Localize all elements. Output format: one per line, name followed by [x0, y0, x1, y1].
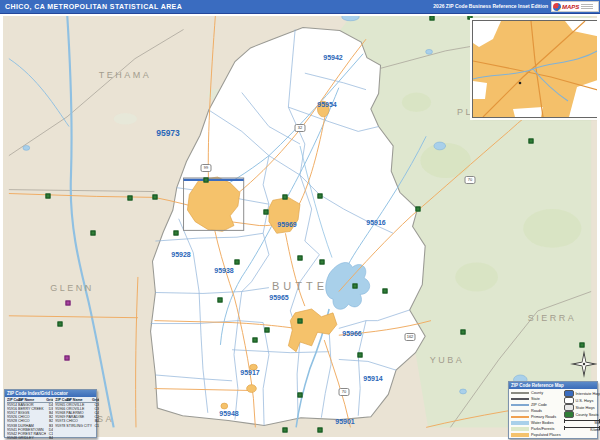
zip-index-left-column: ZIP CodeZIP NameGrid95914BANGORD495916BE… [7, 398, 53, 440]
legend-swatch [511, 433, 529, 437]
zip-index-panel: ZIP Code Index/Grid Locator ZIP CodeZIP … [4, 389, 97, 438]
town-dot [320, 260, 325, 265]
town-dot [218, 298, 223, 303]
zip-label: 95901 [335, 418, 354, 425]
zip-label: 95942 [323, 54, 342, 61]
logo-burst-icon [553, 3, 561, 11]
inset-artwork [473, 21, 600, 117]
town-dot [298, 319, 303, 324]
town-dot [298, 393, 303, 398]
zip-index-title: ZIP Code Index/Grid Locator [5, 390, 96, 397]
legend-item: U.S. Hwys [564, 397, 600, 404]
town-dot [383, 289, 388, 294]
town-dot [265, 328, 270, 333]
town-dot [283, 428, 288, 433]
town-dot [318, 194, 323, 199]
legend-badge-icon [564, 397, 574, 404]
legend-swatch [511, 421, 529, 425]
legend-swatch [511, 427, 529, 431]
legend-badge-icon [564, 404, 574, 411]
city-dot [65, 356, 70, 361]
legend-item: County Seats [564, 411, 600, 418]
title-bar: CHICO, CA METROPOLITAN STATISTICAL AREA … [0, 0, 600, 14]
map-poster: CHICO, CA METROPOLITAN STATISTICAL AREA … [0, 0, 600, 440]
zip-label: 95973 [156, 128, 180, 138]
county-label: SIERRA [528, 313, 577, 323]
legend-swatch [511, 410, 529, 412]
county-label: BUTTE [272, 280, 328, 292]
zip-label: 95914 [363, 375, 382, 382]
town-dot [416, 207, 421, 212]
logo-brand-text: MAPS [562, 4, 579, 10]
highway-shield: 70 [465, 176, 476, 184]
county-label: GLENN [50, 283, 94, 293]
map-legend-panel: ZIP Code Reference Map CountyStateZIP Co… [508, 381, 598, 439]
legend-swatch [511, 416, 529, 418]
zip-label: 95965 [269, 294, 288, 301]
highway-shield: 99 [201, 164, 212, 172]
town-dot [318, 428, 323, 433]
highway-shield: 70 [339, 388, 350, 396]
town-dot [128, 196, 133, 201]
city-dot [66, 301, 71, 306]
town-dot [253, 338, 258, 343]
legend-swatch [511, 404, 529, 406]
compass-rose-icon [570, 350, 598, 378]
highway-shield: 162 [405, 333, 416, 341]
legend-item: State Hwys [564, 404, 600, 411]
zip-label: 95916 [366, 219, 385, 226]
page-title: CHICO, CA METROPOLITAN STATISTICAL AREA [0, 3, 182, 10]
legend-item: Populated Places [511, 432, 561, 438]
legend-swatch [511, 398, 529, 400]
town-dot [91, 231, 96, 236]
zip-label: 95917 [240, 369, 259, 376]
town-dot [461, 330, 466, 335]
zip-label: 95954 [317, 101, 336, 108]
zip-label: 95948 [219, 410, 238, 417]
town-dot [235, 260, 240, 265]
town-dot [430, 16, 435, 21]
town-dot [204, 178, 209, 183]
county-label: TEHAMA [99, 70, 152, 80]
county-label: YUBA [430, 355, 465, 365]
legend-left-column: CountyStateZIP CodeRoadsPrimary RoadsWat… [511, 390, 561, 438]
legend-right-column: Interstate HwysU.S. HwysState HwysCounty… [564, 390, 600, 438]
chico-inset-map [472, 20, 600, 118]
frame-left [0, 13, 3, 440]
zip-label: 95969 [277, 221, 296, 228]
legend-swatch [511, 392, 529, 394]
zip-label: 95938 [214, 267, 233, 274]
town-dot [358, 353, 363, 358]
highway-shield: 32 [295, 124, 306, 132]
legend-title: ZIP Code Reference Map [509, 382, 597, 389]
town-dot [529, 139, 534, 144]
zip-label: 95928 [171, 251, 190, 258]
legend-badge-icon [564, 411, 574, 418]
zip-index-right-column: ZIP CodeZIP NameGrid95965OROVILLEC395966… [55, 398, 99, 440]
legend-item: Interstate Hwys [564, 390, 600, 397]
town-dot [283, 195, 288, 200]
legend-badge-icon [564, 390, 574, 397]
zip-index-row: 95978STIRLING CITYC1 [55, 424, 99, 428]
town-dot [580, 343, 585, 348]
town-dot [264, 210, 269, 215]
scale-bar: Kilometers [564, 427, 600, 432]
town-dot [353, 284, 358, 289]
town-dot [298, 256, 303, 261]
town-dot [46, 194, 51, 199]
scale-bar: Miles [564, 420, 600, 425]
brand-logo: MAPS [551, 1, 599, 12]
town-dot [174, 231, 179, 236]
town-dot [58, 322, 63, 327]
logo-fineprint [581, 4, 593, 9]
zip-label: 95966 [342, 330, 361, 337]
edition-label: 2026 ZIP Code Business Reference Inset E… [433, 3, 548, 9]
town-dot [153, 195, 158, 200]
